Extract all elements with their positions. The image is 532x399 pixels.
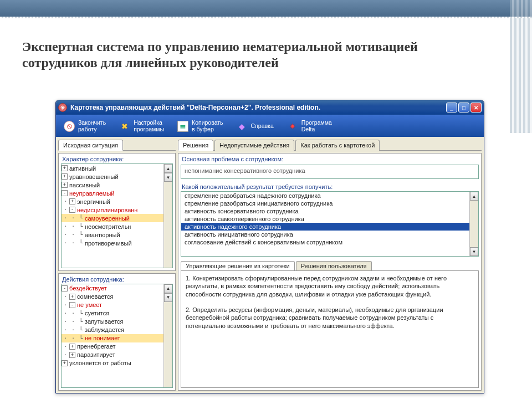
tree-item[interactable]: ··└авантюрный [62, 231, 163, 239]
tree-item[interactable]: ··└запутывается [62, 318, 163, 326]
result-item[interactable]: согласование действий с консервативным с… [181, 238, 469, 246]
tree-item-label: авантюрный [85, 232, 120, 238]
tab-howto[interactable]: Как работать с картотекой [295, 140, 380, 151]
tree-item-label: заблуждается [85, 326, 124, 333]
tab-forbidden[interactable]: Недопустимые действия [214, 140, 294, 151]
tree-item[interactable]: ·+сомневается [62, 293, 163, 301]
tree-item-label: пренебрегает [77, 343, 115, 350]
solution-text[interactable]: 1. Конкретизировать сформулированные пер… [181, 270, 479, 388]
maximize-button[interactable]: □ [458, 103, 469, 112]
book-icon: ◆ [237, 121, 248, 132]
slide-title: Экспертная система по управлению нематер… [22, 39, 477, 71]
tree-item-label: неуправляемый [69, 190, 114, 197]
tree-item-label: энергичный [77, 198, 110, 205]
expand-icon[interactable]: + [69, 294, 75, 300]
tree-item[interactable]: ·+энергичный [62, 197, 163, 206]
tree-item[interactable]: ··└самоуверенный [62, 214, 163, 222]
result-list[interactable]: стремление разобраться надежного сотрудн… [181, 192, 469, 256]
tree-item-label: не понимает [85, 335, 120, 341]
expand-icon[interactable]: + [62, 360, 68, 366]
tree-item-label: неосмотрительн [85, 223, 131, 230]
result-item[interactable]: активность консервативного сотрудника [181, 207, 469, 215]
tree-item[interactable]: ·-не умеет [62, 301, 163, 309]
toolbar-delta[interactable]: ✷ Программа Delta [282, 118, 337, 134]
expand-icon[interactable]: - [62, 190, 68, 196]
minimize-button[interactable]: _ [446, 103, 457, 112]
character-label: Характер сотрудника: [59, 154, 175, 163]
tree-item[interactable]: ··└не понимает [62, 334, 163, 342]
actions-tree[interactable]: -бездействует·+сомневается·-не умеет··└с… [62, 284, 163, 388]
result-item[interactable]: активность надежного сотрудника [181, 223, 469, 231]
tree-item[interactable]: ·+паразитирует [62, 351, 163, 359]
expand-icon[interactable]: + [62, 173, 68, 180]
tree-item-label: сомневается [77, 293, 113, 300]
subtab-card-solutions[interactable]: Управляющие решения из картотеки [181, 261, 295, 270]
problem-value: непонимание консервативного сотрудника [181, 165, 478, 176]
title-bar[interactable]: ✳ Картотека управляющих действий "Delta-… [56, 100, 484, 115]
close-button[interactable]: ✕ [470, 103, 482, 112]
tree-item[interactable]: ··└заблуждается [62, 326, 163, 334]
tree-item-label: запутывается [85, 318, 124, 325]
expand-icon[interactable]: - [69, 207, 75, 213]
actions-label: Действия сотрудника: [59, 274, 175, 284]
tab-solutions[interactable]: Решения [178, 140, 213, 151]
toolbar-copy[interactable]: ≣ Копировать в буфер [172, 118, 229, 134]
expand-icon[interactable]: + [69, 352, 75, 358]
scroll-up-icon[interactable]: ▲ [164, 284, 172, 293]
problem-value-box[interactable]: непонимание консервативного сотрудника [181, 165, 479, 179]
tree-item-label: противоречивый [85, 240, 132, 247]
scrollbar[interactable]: ▲ ▼ [469, 192, 478, 256]
tree-item[interactable]: +пассивный [62, 181, 163, 189]
tree-item[interactable]: ·-недисциплинированн [62, 206, 163, 214]
tree-item-label: пассивный [69, 182, 100, 188]
toolbar: ⦸ Закончить работу ✖ Настройка программы… [56, 115, 484, 137]
character-tree[interactable]: +активный+уравновешенный+пассивный-неупр… [62, 164, 163, 268]
result-label: Какой положительный результат требуется … [178, 181, 481, 191]
gear-icon: ✖ [119, 121, 130, 132]
expand-icon[interactable]: + [62, 182, 68, 188]
result-item[interactable]: активность инициативного сотрудника [181, 231, 469, 238]
tree-item[interactable]: -неуправляемый [62, 189, 163, 197]
result-item[interactable]: стремление разобраться надежного сотрудн… [181, 192, 469, 200]
scroll-down-icon[interactable]: ▼ [470, 247, 478, 256]
expand-icon[interactable]: - [69, 302, 75, 308]
problem-label: Основная проблема с сотрудником: [178, 154, 481, 163]
tree-item[interactable]: ·+пренебрегает [62, 342, 163, 351]
scroll-down-icon[interactable]: ▼ [164, 293, 172, 302]
tree-item[interactable]: +уклоняется от работы [62, 359, 163, 367]
tree-item-label: суетится [85, 310, 109, 316]
subtab-user-solutions[interactable]: Решения пользователя [296, 261, 372, 270]
right-tabs: Решения Недопустимые действия Как работа… [178, 139, 482, 151]
result-item[interactable]: активность самоотверженного сотрудника [181, 215, 469, 223]
tab-source-situation[interactable]: Исходная ситуация [58, 140, 123, 151]
scroll-down-icon[interactable]: ▼ [164, 173, 172, 182]
scroll-up-icon[interactable]: ▲ [164, 164, 172, 173]
toolbar-help[interactable]: ◆ Справка [231, 119, 279, 134]
left-tabs: Исходная ситуация [58, 139, 176, 151]
scroll-up-icon[interactable]: ▲ [470, 192, 478, 201]
tree-item[interactable]: +уравновешенный [62, 172, 163, 181]
scrollbar[interactable]: ▲ ▼ [163, 164, 172, 268]
expand-icon[interactable]: - [62, 285, 68, 291]
tree-item[interactable]: -бездействует [62, 284, 163, 293]
tree-item-label: уклоняется от работы [69, 360, 131, 366]
tree-item-label: уравновешенный [69, 173, 119, 180]
expand-icon[interactable]: + [69, 198, 75, 204]
tree-item[interactable]: ··└неосмотрительн [62, 222, 163, 231]
scrollbar[interactable]: ▲ ▼ [163, 284, 172, 388]
tree-item-label: самоуверенный [85, 215, 130, 222]
solution-subtabs: Управляющие решения из картотеки Решения… [181, 261, 479, 270]
expand-icon[interactable]: + [69, 344, 75, 350]
stop-icon: ⦸ [64, 121, 75, 132]
expand-icon[interactable]: + [62, 165, 68, 171]
tree-item[interactable]: ··└суетится [62, 309, 163, 318]
toolbar-quit[interactable]: ⦸ Закончить работу [58, 118, 111, 134]
result-item[interactable]: стремление разобраться инициативного сот… [181, 200, 469, 207]
window-title: Картотека управляющих действий "Delta-Пе… [70, 104, 443, 111]
tree-item[interactable]: +активный [62, 164, 163, 172]
tree-item[interactable]: ··└противоречивый [62, 239, 163, 247]
tree-item-label: недисциплинированн [77, 207, 137, 213]
app-window: ✳ Картотека управляющих действий "Delta-… [55, 100, 484, 393]
toolbar-settings[interactable]: ✖ Настройка программы [114, 118, 170, 134]
tree-item-label: не умеет [77, 301, 102, 308]
